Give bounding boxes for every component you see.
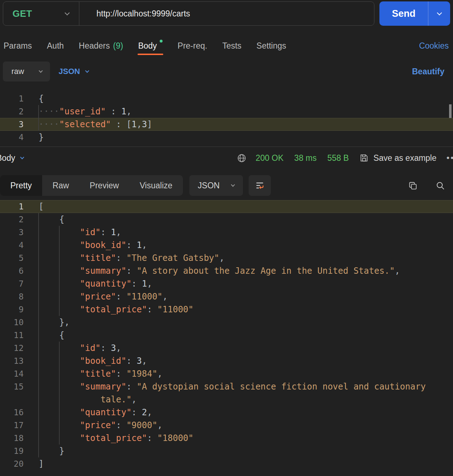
tab-visualize[interactable]: Visualize <box>129 175 183 196</box>
code-line[interactable]: 2 { <box>0 213 453 226</box>
code-text: }, <box>24 316 70 329</box>
response-body-dropdown[interactable]: Body <box>0 153 24 163</box>
tab-raw[interactable]: Raw <box>42 175 79 196</box>
response-meta-bar: Body 200 OK 38 ms 558 B Save as example … <box>0 147 453 169</box>
line-number: 4 <box>0 239 24 252</box>
code-line[interactable]: 3 "id": 1, <box>0 226 453 239</box>
code-line[interactable]: 6 "summary": "A story about the Jazz Age… <box>0 264 453 277</box>
line-number: 16 <box>0 406 24 419</box>
chevron-down-icon <box>437 10 442 15</box>
tab-tests[interactable]: Tests <box>222 36 242 55</box>
code-text: ····"selected" : [1,3] <box>24 118 152 131</box>
line-number: 6 <box>0 264 24 277</box>
line-number: 10 <box>0 316 24 329</box>
network-globe-icon[interactable] <box>237 153 247 163</box>
copy-icon[interactable] <box>408 181 418 190</box>
wrap-lines-button[interactable] <box>249 175 271 196</box>
indent-guide <box>59 342 60 445</box>
request-body-editor[interactable]: 1{2····"user_id" : 1,3····"selected" : [… <box>0 92 453 144</box>
code-line[interactable]: 15 "summary": "A dystopian social scienc… <box>0 380 453 393</box>
code-line[interactable]: 10 }, <box>0 316 453 329</box>
response-size-badge[interactable]: 558 B <box>327 153 349 163</box>
code-text: "summary": "A story about the Jazz Age i… <box>24 264 400 277</box>
save-floppy-icon <box>359 153 369 163</box>
response-actions <box>408 181 445 190</box>
line-number: 9 <box>0 303 24 316</box>
code-text: tale.", <box>24 393 137 406</box>
response-status-group: 200 OK 38 ms 558 B Save as example ••• <box>237 153 453 163</box>
tab-pre-request[interactable]: Pre-req. <box>178 36 207 55</box>
body-type-dropdown[interactable]: raw <box>3 61 50 81</box>
code-line[interactable]: 11 { <box>0 329 453 342</box>
beautify-button[interactable]: Beautify <box>412 67 444 76</box>
scrollbar-thumb[interactable] <box>449 104 452 118</box>
tab-pretty[interactable]: Pretty <box>0 175 42 196</box>
line-number: 15 <box>0 380 24 393</box>
tab-body-label: Body <box>138 41 157 51</box>
code-text: } <box>24 131 44 144</box>
cookies-link[interactable]: Cookies <box>419 41 449 51</box>
code-line[interactable]: 4} <box>0 131 453 144</box>
line-number: 8 <box>0 290 24 303</box>
status-badge[interactable]: 200 OK <box>256 153 284 163</box>
tab-auth[interactable]: Auth <box>47 36 64 55</box>
code-line[interactable]: 9 "total_price": "11000" <box>0 303 453 316</box>
save-as-example-button[interactable]: Save as example <box>359 153 436 163</box>
response-body-viewer[interactable]: 1[2 {3 "id": 1,4 "book_id": 1,5 "title":… <box>0 200 453 476</box>
line-number: 14 <box>0 367 24 380</box>
active-tab-underline <box>138 54 163 55</box>
code-line[interactable]: 20] <box>0 457 453 470</box>
code-text: { <box>24 213 64 226</box>
code-line[interactable]: 12 "id": 3, <box>0 342 453 354</box>
tab-body[interactable]: Body <box>138 36 163 55</box>
url-box: GET <box>3 1 374 26</box>
indent-guide <box>38 105 39 131</box>
code-line[interactable]: 19 } <box>0 445 453 457</box>
indent-guide <box>59 226 60 316</box>
view-tab-group: Pretty Raw Preview Visualize <box>0 175 183 196</box>
headers-count-badge: (9) <box>113 41 123 51</box>
code-text: { <box>24 92 44 105</box>
code-text: "total_price": "11000" <box>24 303 194 316</box>
url-input[interactable] <box>79 9 374 19</box>
code-line[interactable]: tale.", <box>0 393 453 406</box>
code-text: "summary": "A dystopian social science f… <box>24 380 426 393</box>
line-number: 1 <box>0 200 24 213</box>
code-line[interactable]: 8 "price": "11000", <box>0 290 453 303</box>
code-line[interactable]: 16 "quantity": 2, <box>0 406 453 419</box>
code-line[interactable]: 5 "title": "The Great Gatsby", <box>0 252 453 264</box>
chevron-down-icon <box>85 69 89 73</box>
body-type-label: raw <box>11 67 24 76</box>
code-line[interactable]: 3····"selected" : [1,3] <box>0 118 453 131</box>
code-text: "book_id": 1, <box>24 239 147 252</box>
save-as-example-label: Save as example <box>373 153 436 163</box>
more-options-icon[interactable]: ••• <box>447 153 453 163</box>
tab-params[interactable]: Params <box>4 36 32 55</box>
line-number: 3 <box>0 226 24 239</box>
code-line[interactable]: 17 "price": "9000", <box>0 419 453 432</box>
code-line[interactable]: 18 "total_price": "18000" <box>0 432 453 445</box>
code-text: ] <box>24 457 44 470</box>
line-number: 1 <box>0 92 24 105</box>
method-dropdown[interactable]: GET <box>3 2 79 25</box>
send-button[interactable]: Send <box>379 1 428 26</box>
response-time-badge[interactable]: 38 ms <box>294 153 317 163</box>
line-number: 12 <box>0 342 24 354</box>
code-line[interactable]: 1[ <box>0 200 453 213</box>
tab-settings[interactable]: Settings <box>257 36 286 55</box>
code-line[interactable]: 14 "title": "1984", <box>0 367 453 380</box>
code-line[interactable]: 4 "book_id": 1, <box>0 239 453 252</box>
code-line[interactable]: 1{ <box>0 92 453 105</box>
send-options-button[interactable] <box>428 1 450 26</box>
response-format-dropdown[interactable]: JSON <box>189 175 243 196</box>
search-icon[interactable] <box>435 181 445 190</box>
language-dropdown[interactable]: JSON <box>59 67 89 76</box>
indent-guide <box>38 213 39 457</box>
code-line[interactable]: 2····"user_id" : 1, <box>0 105 453 118</box>
tab-headers[interactable]: Headers (9) <box>79 36 123 55</box>
code-line[interactable]: 7 "quantity": 1, <box>0 277 453 290</box>
tab-preview[interactable]: Preview <box>79 175 129 196</box>
line-number: 11 <box>0 329 24 342</box>
code-line[interactable]: 13 "book_id": 3, <box>0 354 453 367</box>
line-number: 3 <box>0 118 24 131</box>
